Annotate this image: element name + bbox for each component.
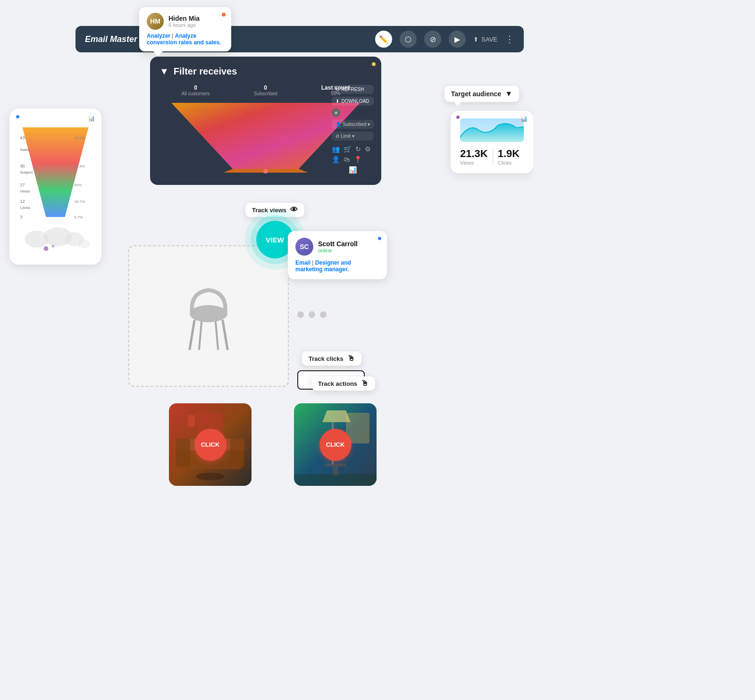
stat-divider <box>493 148 493 165</box>
pin-icon[interactable]: 📍 <box>354 156 362 163</box>
svg-rect-30 <box>230 439 244 467</box>
svg-text:6.7%: 6.7% <box>75 215 83 219</box>
panel-dot <box>372 62 376 66</box>
scott-role: Email | Designer and marketing manager. <box>295 259 379 273</box>
shop-icon[interactable]: 🛍 <box>344 156 350 163</box>
track-actions-tooltip: Track actions 🖱 <box>311 376 375 391</box>
filter-controls: ↻ REFRESH ⬇ DOWNLOAD ✕ 👤 Subscribed ▾ ⊘ … <box>332 85 374 174</box>
toolbar-icons: ✏️ ⬡ ⊘ ▶ ⬆ SAVE ⋮ <box>375 31 514 48</box>
svg-text:27: 27 <box>20 183 25 187</box>
views-label: Views <box>460 160 488 166</box>
people-icon[interactable]: 👥 <box>332 145 340 153</box>
stats-numbers: 21.3K Views 1.9K Clicks <box>460 148 524 166</box>
notification-dot <box>222 13 226 17</box>
refresh-icon[interactable]: ↻ <box>355 145 361 153</box>
stats-card: 📊 21.3K Views 1.9K Clicks <box>451 111 533 173</box>
user-time: 6 hours ago <box>168 22 200 28</box>
svg-line-24 <box>223 321 227 349</box>
download-btn[interactable]: ⬇ DOWNLOAD <box>332 97 374 106</box>
svg-text:Subject: Subject <box>20 170 33 175</box>
svg-point-19 <box>78 239 90 249</box>
cursor-icon-actions: 🖱 <box>361 379 369 388</box>
clicks-label: Clicks <box>498 160 524 166</box>
funnel-icon: ▼ <box>159 66 169 77</box>
play-icon[interactable]: ▶ <box>449 31 466 48</box>
avatar: HM <box>147 13 164 30</box>
dot-1[interactable] <box>297 311 304 318</box>
card-dot-blue <box>16 115 19 118</box>
click-badge-1[interactable]: CLICK <box>194 429 226 461</box>
filter-icon[interactable]: ⊘ <box>424 31 441 48</box>
filter-title: ▼ Filter receives <box>159 66 372 77</box>
product-placeholder <box>128 245 289 387</box>
user-tooltip-hiden: HM Hiden Mia 6 hours ago Analyzer | Anal… <box>139 7 231 51</box>
target-audience-tooltip: Target audience ▼ <box>445 86 519 102</box>
world-map <box>16 225 95 258</box>
svg-point-21 <box>52 245 55 248</box>
svg-text:Clicks: Clicks <box>20 206 30 210</box>
track-clicks-label: Track clicks <box>309 355 344 362</box>
bottom-images: CLICK CLICK <box>169 403 377 486</box>
svg-point-0 <box>263 169 268 174</box>
funnel-label-all: 0 All customers <box>182 84 210 96</box>
svg-rect-38 <box>325 464 346 467</box>
pagination-dots <box>297 311 327 318</box>
user-name: Hiden Mia <box>168 15 200 22</box>
svg-text:12: 12 <box>20 199 25 204</box>
cursor-icon: 🖱 <box>347 354 355 363</box>
edit-icon[interactable]: ✏️ <box>375 31 392 48</box>
target-label: Target audience <box>451 90 501 98</box>
scott-header: SC Scott Carroll online <box>295 238 379 256</box>
svg-text:30: 30 <box>20 164 25 168</box>
user-tooltip-scott: SC Scott Carroll online Email | Designer… <box>288 231 387 279</box>
views-stat: 21.3K Views <box>460 148 488 166</box>
svg-text:3: 3 <box>20 215 23 219</box>
svg-text:60%: 60% <box>75 183 82 187</box>
settings-icon[interactable]: ⚙ <box>365 145 371 153</box>
close-button[interactable]: ✕ <box>332 108 340 117</box>
user-icon[interactable]: 👤 <box>332 156 340 163</box>
user-role: Analyzer | Analyze conversion rates and … <box>147 33 224 46</box>
icon-row: 👥 🛒 ↻ ⚙ <box>332 145 374 153</box>
svg-rect-42 <box>294 474 377 486</box>
dot-2[interactable] <box>309 311 315 318</box>
svg-line-25 <box>199 322 201 349</box>
mobile-analytics-card: 📊 43 Sales 85.7% 30 Subject 69.8% 27 Vie… <box>9 108 101 265</box>
track-actions-label: Track actions <box>318 380 357 387</box>
svg-point-20 <box>44 246 49 251</box>
track-clicks-tooltip: Track clicks 🖱 <box>302 351 361 366</box>
user-info: Hiden Mia 6 hours ago <box>168 15 200 28</box>
cart-icon[interactable]: 🛒 <box>344 145 352 153</box>
save-button[interactable]: ⬆ SAVE <box>473 36 497 43</box>
role-label: Analyzer <box>147 33 170 39</box>
bottom-image-2: CLICK <box>294 403 377 486</box>
refresh-btn[interactable]: ↻ REFRESH <box>332 85 374 94</box>
svg-text:Views: Views <box>20 189 30 193</box>
shape-icon[interactable]: ⬡ <box>400 31 417 48</box>
subscribed-filter[interactable]: 👤 Subscribed ▾ <box>332 120 374 129</box>
svg-point-31 <box>196 473 224 480</box>
track-views-label: Track views <box>252 207 286 214</box>
mini-funnel-svg: 43 Sales 85.7% 30 Subject 69.8% 27 Views… <box>16 125 95 219</box>
scott-status: online <box>318 248 358 253</box>
eye-icon: 👁 <box>290 206 298 214</box>
svg-point-22 <box>190 305 227 322</box>
click-badge-2[interactable]: CLICK <box>319 429 352 461</box>
track-views-tooltip: Track views 👁 <box>245 203 304 217</box>
limit-filter[interactable]: ⊘ Limit ▾ <box>332 132 374 141</box>
svg-text:26.7%: 26.7% <box>75 200 85 204</box>
card-dot <box>456 116 460 119</box>
svg-line-26 <box>216 322 218 349</box>
svg-text:43: 43 <box>20 135 25 140</box>
dot-3[interactable] <box>320 311 327 318</box>
svg-text:85.7%: 85.7% <box>75 136 85 140</box>
chart-icon[interactable]: 📊 <box>332 166 374 174</box>
bar-icon: 📊 <box>88 116 95 122</box>
svg-line-23 <box>190 321 194 349</box>
user-header: HM Hiden Mia 6 hours ago <box>147 13 224 30</box>
svg-text:Sales: Sales <box>20 148 30 152</box>
more-options-button[interactable]: ⋮ <box>505 33 514 45</box>
svg-rect-35 <box>188 415 195 427</box>
stats-chart <box>460 118 524 142</box>
clicks-stat: 1.9K Clicks <box>498 148 524 166</box>
